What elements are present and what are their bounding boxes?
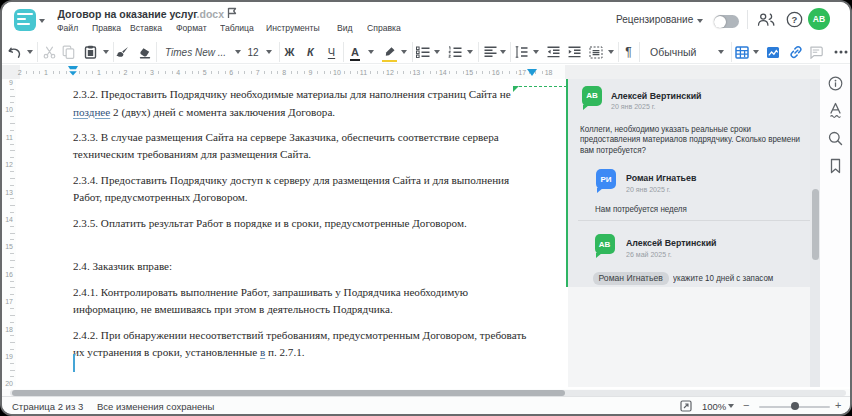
review-toggle[interactable] <box>714 15 739 28</box>
horizontal-scrollbar[interactable] <box>2 389 850 396</box>
insert-link-button[interactable] <box>787 38 805 66</box>
font-color-chevron-icon[interactable] <box>366 38 376 66</box>
vertical-ruler[interactable]: 91011121314151617181920 <box>2 79 16 387</box>
ruler-number: 15 <box>2 243 13 250</box>
help-icon[interactable]: ? <box>786 11 803 28</box>
menu-format[interactable]: Формат <box>176 22 207 33</box>
menu-help[interactable]: Справка <box>367 22 401 33</box>
menu-edit[interactable]: Правка <box>92 22 121 33</box>
ruler-tick <box>10 281 14 282</box>
ruler-tick <box>10 308 14 309</box>
right-indent-marker[interactable] <box>526 68 538 77</box>
line-spacing-chevron-icon[interactable] <box>531 38 541 66</box>
zoom-out-button[interactable]: − <box>743 399 749 411</box>
page-indicator[interactable]: Страница 2 из 3 <box>12 401 83 412</box>
decrease-indent-button[interactable] <box>545 38 562 66</box>
font-size-chevron-icon[interactable] <box>264 38 274 66</box>
ruler-tick <box>430 71 431 74</box>
borders-chevron-icon[interactable] <box>606 38 616 66</box>
underline-button[interactable]: Ч <box>324 38 339 66</box>
horizontal-scrollbar-thumb[interactable] <box>12 390 565 396</box>
ruler-tick <box>370 71 371 74</box>
top-bar: Договор на оказание услуг.docx Файл Прав… <box>2 2 850 36</box>
numbered-list-button[interactable] <box>446 38 463 66</box>
document-page[interactable]: 2.3.2. Предоставить Подрядчику необходим… <box>2 79 568 387</box>
ruler-number: 4 <box>176 69 180 76</box>
right-sidebar <box>820 65 850 387</box>
doc-line: 2.4. Заказчик вправе: <box>73 260 172 272</box>
ruler-number: 7 <box>256 69 260 76</box>
comment-button[interactable] <box>807 38 825 66</box>
comment-separator <box>578 220 810 221</box>
more-tools-button[interactable] <box>832 38 850 66</box>
clear-formatting-button[interactable] <box>136 38 153 66</box>
menu-table[interactable]: Таблица <box>220 22 254 33</box>
menu-insert[interactable]: Вставка <box>130 22 162 33</box>
format-painter-button[interactable] <box>114 38 131 66</box>
bookmark-icon[interactable] <box>820 158 850 174</box>
first-line-indent-marker[interactable] <box>67 65 79 79</box>
ruler-tick <box>112 71 113 74</box>
review-mode-label[interactable]: Рецензирование <box>616 14 693 25</box>
menu-tools[interactable]: Инструменты <box>266 22 320 33</box>
paste-chevron-icon[interactable] <box>101 38 111 66</box>
line-spacing-button[interactable] <box>513 38 530 66</box>
ruler-tick <box>192 71 193 74</box>
zoom-in-button[interactable]: + <box>835 399 841 411</box>
increase-indent-button[interactable] <box>566 38 583 66</box>
comments-scrollbar[interactable] <box>810 79 820 387</box>
zoom-chevron-icon[interactable] <box>728 404 734 408</box>
style-chevron-icon[interactable] <box>716 38 726 66</box>
bullet-list-chevron-icon[interactable] <box>432 38 442 66</box>
copy-button[interactable] <box>60 38 76 66</box>
status-bar: Страница 2 из 3 Все изменения сохранены … <box>2 396 850 414</box>
comment-text-line: вам потребуется? <box>580 144 646 155</box>
bullet-list-button[interactable] <box>414 38 431 66</box>
cut-button[interactable] <box>41 38 57 66</box>
paragraph-borders-button[interactable] <box>587 38 605 66</box>
review-chevron-icon[interactable] <box>697 18 703 23</box>
pilcrow-button[interactable]: ¶ <box>621 38 636 66</box>
insert-table-button[interactable] <box>733 38 751 66</box>
ruler-number: 13 <box>412 69 420 76</box>
ruler-tick <box>106 71 107 74</box>
menu-view[interactable]: Вид <box>337 22 353 33</box>
horizontal-ruler[interactable]: 21123456789101112131415161718 <box>2 65 822 79</box>
spellcheck-icon[interactable] <box>820 102 850 119</box>
mention-chip[interactable]: Роман Игнатьев <box>593 272 669 285</box>
font-size-select[interactable]: 12 <box>244 38 262 66</box>
insert-image-button[interactable] <box>764 38 782 66</box>
highlight-chevron-icon[interactable] <box>399 38 409 66</box>
ruler-tick <box>238 71 239 74</box>
italic-button[interactable]: К <box>303 38 318 66</box>
font-name-chevron-icon[interactable] <box>233 38 243 66</box>
bold-button[interactable]: Ж <box>282 38 297 66</box>
reply-author-avatar: РИ <box>596 169 616 189</box>
align-chevron-icon[interactable] <box>498 38 508 66</box>
doc-line: информацию, не вмешиваясь при этом в дея… <box>73 303 393 315</box>
table-chevron-icon[interactable] <box>751 38 761 66</box>
highlight-button[interactable] <box>380 38 398 66</box>
numbered-list-chevron-icon[interactable] <box>465 38 475 66</box>
ruler-tick <box>10 178 15 179</box>
info-icon[interactable] <box>820 76 850 91</box>
undo-button[interactable] <box>6 38 22 66</box>
zoom-value[interactable]: 100% <box>702 401 726 412</box>
comments-scrollbar-thumb[interactable] <box>812 189 819 260</box>
menu-file[interactable]: Файл <box>57 22 78 33</box>
zoom-slider-handle[interactable] <box>791 402 799 410</box>
search-icon[interactable] <box>820 131 850 146</box>
fit-page-icon[interactable] <box>680 400 692 412</box>
user-avatar[interactable]: АВ <box>808 8 830 30</box>
flag-icon[interactable] <box>227 7 237 19</box>
collaboration-icon[interactable] <box>757 12 775 27</box>
paste-button[interactable] <box>81 38 99 66</box>
ruler-number: 11 <box>360 69 367 76</box>
font-name-select[interactable]: Times New ... <box>165 38 229 66</box>
align-button[interactable] <box>482 38 499 66</box>
ruler-tick <box>344 71 345 74</box>
paragraph-style-select[interactable]: Обычный <box>650 38 704 66</box>
font-color-button[interactable]: А <box>347 38 363 66</box>
undo-chevron-icon[interactable] <box>25 38 35 66</box>
document-title[interactable]: Договор на оказание услуг.docx <box>58 8 225 21</box>
